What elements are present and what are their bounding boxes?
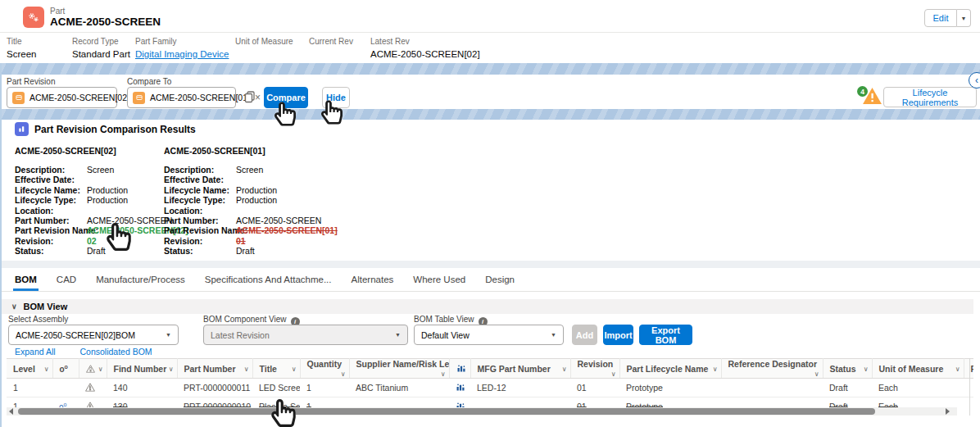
tab-cad[interactable]: CAD xyxy=(57,268,76,291)
decorative-band-middle xyxy=(0,109,980,120)
header-divider xyxy=(0,32,980,33)
revision-object-icon xyxy=(12,92,25,104)
bom-row-removed[interactable]: 1 oo 130 PRT-0000000010 Plasma Screen 1 … xyxy=(7,397,973,408)
col-supplier[interactable]: Supplier Name/Risk Level∨ xyxy=(349,359,449,379)
col-part-lifecycle-name[interactable]: Part Lifecycle Name∨ xyxy=(619,359,721,379)
hide-button[interactable]: Hide xyxy=(322,87,350,108)
col-mfg-part-number[interactable]: MFG Part Number∨ xyxy=(470,359,570,379)
compare-to-label: Compare To xyxy=(127,77,171,86)
col-quantity[interactable]: Quantity∨ xyxy=(300,359,349,379)
detail-tabs: BOM CAD Manufacture/Process Specificatio… xyxy=(15,268,515,291)
section-gap xyxy=(0,261,980,268)
bom-table-container: Level∨ oo ∨ Find Number∨ Part Number∨ Ti… xyxy=(7,358,973,407)
col-reference-designator[interactable]: Reference Designator∨ xyxy=(721,359,823,379)
col-level[interactable]: Level∨ xyxy=(7,359,52,379)
part-revision-label: Part Revision xyxy=(7,77,55,86)
col-mfg-sites[interactable] xyxy=(449,359,470,379)
col-clipped[interactable]: R xyxy=(964,359,973,379)
col-warning[interactable]: ∨ xyxy=(79,359,107,379)
entity-label: Part xyxy=(50,7,65,16)
copy-icon[interactable] xyxy=(243,90,256,107)
chevron-down-icon: ▼ xyxy=(551,332,556,338)
decorative-band-top xyxy=(0,63,980,75)
bom-header-row: Level∨ oo ∨ Find Number∨ Part Number∨ Ti… xyxy=(7,359,973,379)
part-revision-input[interactable]: ACME-2050-SCREEN[02] × xyxy=(7,87,117,108)
tab-bom[interactable]: BOM xyxy=(15,268,37,291)
bom-component-view-dropdown[interactable]: Latest Revision ▼ xyxy=(203,325,408,345)
field-unit-of-measure: Unit of Measure xyxy=(235,37,293,49)
row-warning-icon xyxy=(79,379,107,397)
page-title: ACME-2050-SCREEN xyxy=(50,16,161,28)
right-revision-header: ACME-2050-SCREEN[01] xyxy=(164,146,338,156)
part-revision-compare-page: Part ACME-2050-SCREEN Edit ▼ Title Scree… xyxy=(0,0,980,427)
left-edge-line xyxy=(0,63,2,427)
col-title[interactable]: Title∨ xyxy=(252,359,300,379)
bar-chart-icon xyxy=(456,363,466,373)
part-object-icon xyxy=(23,7,44,28)
compare-to-value: ACME-2050-SCREEN[01] xyxy=(150,93,250,102)
tab-where-used[interactable]: Where Used xyxy=(413,268,465,291)
edit-button[interactable]: Edit xyxy=(924,9,957,27)
row-warning-icon xyxy=(79,397,107,408)
add-button[interactable]: Add xyxy=(572,325,597,345)
left-revision-header: ACME-2050-SCREEN[02] xyxy=(15,146,188,156)
col-part-number[interactable]: Part Number∨ xyxy=(177,359,252,379)
expand-all-link[interactable]: Expand All xyxy=(15,347,56,357)
tab-alternates[interactable]: Alternates xyxy=(352,268,394,291)
tab-design[interactable]: Design xyxy=(485,268,515,291)
bom-view-section-header[interactable]: ∨ BOM View xyxy=(2,299,973,314)
collapse-panel-icon[interactable]: ‹ xyxy=(969,72,980,89)
lifecycle-requirements-button[interactable]: Lifecycle Requirements xyxy=(883,87,977,107)
table-right-border xyxy=(969,358,970,416)
field-part-family: Part Family Digital Imaging Device xyxy=(135,37,229,59)
export-bom-button[interactable]: Export BOM xyxy=(639,325,692,345)
col-revision-link[interactable]: oo xyxy=(52,359,79,379)
scroll-right-arrow[interactable] xyxy=(946,408,950,415)
warning-count-badge: 4 xyxy=(857,86,868,97)
tabs-divider xyxy=(0,291,980,292)
part-revision-value: ACME-2050-SCREEN[02] xyxy=(29,93,129,102)
horizontal-scrollbar[interactable] xyxy=(7,407,957,416)
consolidated-bom-link[interactable]: Consolidated BOM xyxy=(79,347,152,357)
scrollbar-thumb[interactable] xyxy=(18,408,875,415)
edit-dropdown-button[interactable]: ▼ xyxy=(957,9,971,27)
part-number-link[interactable]: PRT-0000000011 xyxy=(177,379,252,397)
bom-view-title: BOM View xyxy=(24,302,68,311)
compare-button[interactable]: Compare xyxy=(264,87,308,108)
bom-row-added[interactable]: 1 140 PRT-0000000011 LED Screen 1 ABC Ti… xyxy=(7,379,973,397)
bom-links-row: Expand All Consolidated BOM xyxy=(15,347,152,357)
changed-value-removed: ACME-2050-SCREEN[01] xyxy=(236,225,338,235)
page-header: Part ACME-2050-SCREEN Edit ▼ Title Scree… xyxy=(0,0,980,63)
changed-value-added: 02 xyxy=(87,236,97,246)
bom-table-view-dropdown[interactable]: Default View ▼ xyxy=(414,325,564,345)
col-unit-of-measure[interactable]: Unit of Measure∨ xyxy=(872,359,964,379)
import-button[interactable]: Import xyxy=(603,325,633,345)
col-revision[interactable]: Revision∨ xyxy=(570,359,619,379)
compare-panel: Part Revision ACME-2050-SCREEN[02] × Com… xyxy=(0,75,980,109)
collapse-section-icon[interactable]: ∨ xyxy=(11,302,17,311)
select-assembly-dropdown[interactable]: ACME-2050-SCREEN[02]BOM ▼ xyxy=(8,325,179,345)
revision-link-icon: oo xyxy=(52,397,79,408)
compare-to-input[interactable]: ACME-2050-SCREEN[01] × xyxy=(127,87,236,108)
comparison-results-icon xyxy=(15,122,29,136)
comparison-left-column: ACME-2050-SCREEN[02] Description:Screen … xyxy=(15,146,188,257)
field-latest-rev: Latest Rev ACME-2050-SCREEN[02] xyxy=(370,37,480,59)
field-record-type: Record Type Standard Part xyxy=(72,37,130,59)
comparison-results-title: Part Revision Comparison Results xyxy=(34,124,196,135)
part-family-link[interactable]: Digital Imaging Device xyxy=(135,49,229,59)
tab-specifications-attachments[interactable]: Specifications And Attachme... xyxy=(205,268,332,291)
revision-link-icon: oo xyxy=(60,365,68,374)
comparison-right-column: ACME-2050-SCREEN[01] Description:Screen … xyxy=(164,146,338,257)
scroll-left-arrow[interactable] xyxy=(9,408,13,415)
chevron-down-icon: ▼ xyxy=(395,332,401,338)
bar-chart-icon xyxy=(449,379,470,397)
col-status[interactable]: Status∨ xyxy=(823,359,872,379)
part-number-link[interactable]: PRT-0000000010 xyxy=(177,397,252,408)
bom-section-card: BOM CAD Manufacture/Process Specificatio… xyxy=(0,268,980,427)
lifecycle-warning-indicator[interactable]: 4 xyxy=(857,84,885,106)
field-current-rev: Current Rev xyxy=(309,37,353,49)
changed-value-removed: 01 xyxy=(236,236,246,246)
tab-manufacture-process[interactable]: Manufacture/Process xyxy=(96,268,185,291)
bar-chart-icon xyxy=(449,397,470,408)
col-find-number[interactable]: Find Number∨ xyxy=(107,359,177,379)
